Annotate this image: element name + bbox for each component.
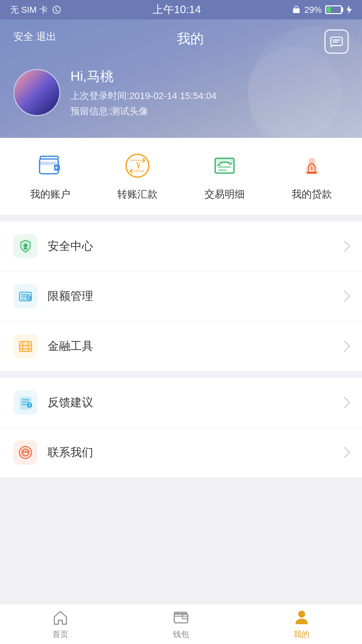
chevron-right-icon xyxy=(339,447,350,458)
contact-icon xyxy=(18,445,33,460)
user-details: Hi,马桃 上次登录时间:2019-02-14 15:54:04 预留信息:测试… xyxy=(70,67,217,118)
menu-section-2: 反馈建议 联系我们 xyxy=(0,378,362,477)
action-txlist-label: 交易明细 xyxy=(204,187,245,201)
chat-icon xyxy=(329,35,344,49)
action-transfer-label: 转账汇款 xyxy=(117,187,158,201)
mine-tab-icon xyxy=(293,609,310,626)
limit-icon-wrapper: $ xyxy=(13,284,38,308)
wallet-icon xyxy=(35,151,65,181)
home-tab-icon xyxy=(52,609,69,626)
finance-icon-wrapper xyxy=(13,334,38,358)
tab-wallet[interactable]: 钱包 xyxy=(121,609,241,640)
svg-point-33 xyxy=(29,406,30,407)
txlist-icon xyxy=(209,151,240,181)
loan-icon: ¥ xyxy=(297,151,327,181)
shield-icon xyxy=(18,239,33,254)
tab-home-label: 首页 xyxy=(52,629,68,640)
lock-icon xyxy=(292,5,301,14)
message-button[interactable] xyxy=(324,30,349,54)
action-txlist[interactable]: 交易明细 xyxy=(181,151,268,201)
tab-wallet-label: 钱包 xyxy=(173,629,189,640)
profile-header: 安全 退出 我的 Hi,马桃 上次登录时间:2019-02-14 15:54:0… xyxy=(0,19,362,138)
mine-icon xyxy=(293,609,310,626)
limit-icon: $ xyxy=(18,289,33,304)
svg-point-6 xyxy=(55,167,57,169)
svg-point-13 xyxy=(23,244,27,248)
status-bar: 无 SIM 卡 上午10:14 29% xyxy=(0,0,362,19)
menu-item-contact[interactable]: 联系我们 xyxy=(0,428,362,477)
svg-point-38 xyxy=(25,451,26,453)
chevron-right-icon xyxy=(339,290,350,302)
security-label: 安全中心 xyxy=(48,238,341,254)
tab-bar: 首页 钱包 我的 xyxy=(0,604,362,644)
contact-label: 联系我们 xyxy=(48,445,341,460)
security-icon-wrapper xyxy=(13,234,38,258)
svg-rect-40 xyxy=(174,613,188,623)
action-account[interactable]: 我的账户 xyxy=(7,151,94,201)
user-name: Hi,马桃 xyxy=(70,67,217,86)
chevron-right-icon xyxy=(339,397,350,408)
chevron-right-icon xyxy=(339,340,350,352)
status-carrier: 无 SIM 卡 xyxy=(10,4,62,16)
tab-home[interactable]: 首页 xyxy=(0,609,121,640)
contact-icon-wrapper xyxy=(13,440,38,465)
svg-point-37 xyxy=(23,451,24,453)
svg-rect-4 xyxy=(40,162,58,165)
last-login-time: 上次登录时间:2019-02-14 15:54:04 xyxy=(70,90,217,102)
avatar[interactable] xyxy=(13,69,60,116)
action-transfer[interactable]: ¥ 转账汇款 xyxy=(94,151,181,201)
svg-point-43 xyxy=(298,611,305,618)
feedback-icon-wrapper xyxy=(13,390,38,415)
charging-icon xyxy=(345,5,352,14)
finance-label: 金融工具 xyxy=(48,338,341,354)
menu-item-finance[interactable]: 金融工具 xyxy=(0,321,362,371)
svg-point-39 xyxy=(27,451,28,453)
transfer-icon: ¥ xyxy=(122,151,153,181)
tab-mine[interactable]: 我的 xyxy=(241,609,362,640)
action-loan-label: 我的贷款 xyxy=(292,187,332,201)
action-account-label: 我的账户 xyxy=(30,187,70,201)
secure-exit-button[interactable]: 安全 退出 xyxy=(13,30,56,44)
feedback-label: 反馈建议 xyxy=(48,395,341,410)
user-info: Hi,马桃 上次登录时间:2019-02-14 15:54:04 预留信息:测试… xyxy=(13,67,349,118)
menu-item-security[interactable]: 安全中心 xyxy=(0,221,362,271)
svg-text:¥: ¥ xyxy=(136,160,141,170)
tab-mine-label: 我的 xyxy=(294,629,310,640)
quick-actions: 我的账户 ¥ 转账汇款 xyxy=(0,137,362,215)
battery-icon xyxy=(325,5,342,14)
header-top: 安全 退出 我的 xyxy=(13,30,349,54)
status-battery-area: 29% xyxy=(292,5,352,15)
wallet-tab-icon-svg xyxy=(172,609,190,626)
feedback-icon xyxy=(18,395,33,410)
sync-icon xyxy=(51,4,62,15)
status-time: 上午10:14 xyxy=(153,2,201,17)
wallet-tab-icon xyxy=(172,609,190,626)
menu-item-feedback[interactable]: 反馈建议 xyxy=(0,378,362,428)
finance-icon xyxy=(18,339,33,354)
home-icon xyxy=(52,609,69,626)
svg-rect-21 xyxy=(19,341,32,352)
chevron-right-icon xyxy=(339,240,350,252)
reserve-info: 预留信息:测试头像 xyxy=(70,105,217,118)
menu-section-1: 安全中心 $ 限额管理 xyxy=(0,221,362,371)
svg-text:¥: ¥ xyxy=(310,164,314,172)
svg-rect-0 xyxy=(331,37,342,46)
menu-item-limit[interactable]: $ 限额管理 xyxy=(0,271,362,321)
svg-text:$: $ xyxy=(28,296,30,300)
action-loan[interactable]: ¥ 我的贷款 xyxy=(268,151,355,201)
divider-2 xyxy=(0,371,362,378)
divider-1 xyxy=(0,215,362,221)
page-title: 我的 xyxy=(177,30,204,48)
limit-label: 限额管理 xyxy=(48,288,341,304)
